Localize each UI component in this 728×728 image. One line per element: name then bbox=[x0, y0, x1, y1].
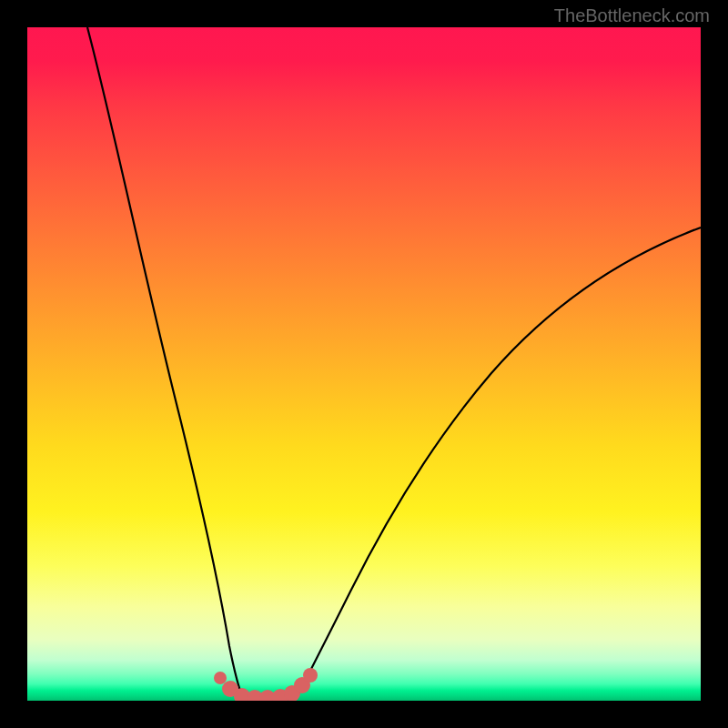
chart-svg bbox=[27, 27, 701, 701]
right-bottleneck-curve bbox=[297, 228, 701, 698]
left-bottleneck-curve bbox=[87, 27, 243, 698]
watermark-text: TheBottleneck.com bbox=[554, 5, 710, 26]
plot-area bbox=[27, 27, 701, 701]
valley-marker bbox=[214, 672, 227, 684]
valley-marker-group bbox=[214, 668, 318, 701]
valley-marker bbox=[303, 668, 318, 682]
